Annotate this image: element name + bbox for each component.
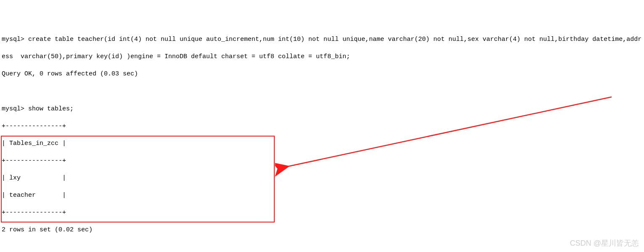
create-table-line1: mysql> create table teacher(id int(4) no… [2,35,644,44]
cmd-text: show tables; [28,105,74,113]
prompt: mysql> [2,105,28,113]
blank [2,243,644,252]
show-row: | lxy | [2,174,644,183]
watermark: CSDN @星川皆无恙 [570,238,639,249]
show-border-bot: +---------------+ [2,209,644,217]
show-border-mid: +---------------+ [2,157,644,166]
create-ok: Query OK, 0 rows affected (0.03 sec) [2,70,644,79]
create-table-line2: ess varchar(50),primary key(id) )engine … [2,53,644,62]
show-border-top: +---------------+ [2,122,644,131]
show-header: | Tables_in_zcc | [2,139,644,148]
show-tables-cmd: mysql> show tables; [2,105,644,114]
blank [2,87,644,96]
show-row: | teacher | [2,191,644,200]
show-count: 2 rows in set (0.02 sec) [2,226,644,235]
